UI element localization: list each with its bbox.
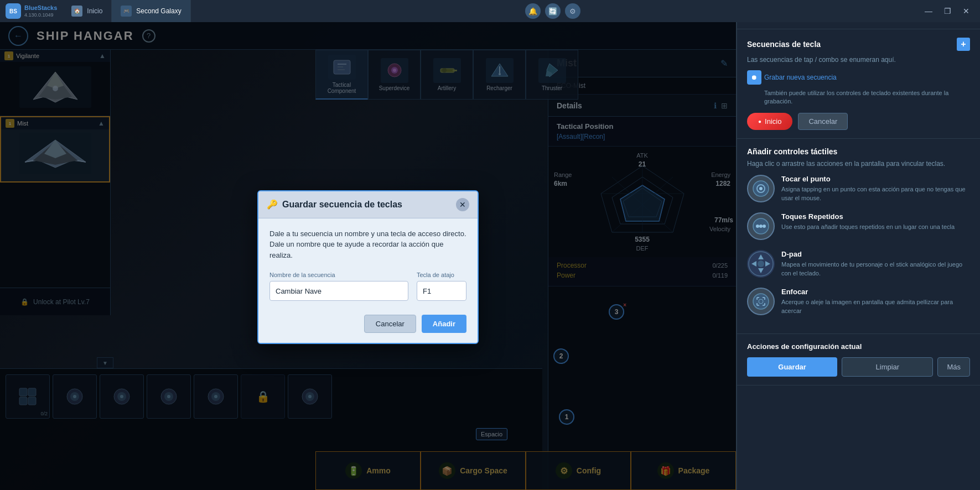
field-key-label: Tecla de atajo [417, 272, 466, 278]
inicio-icon: 🏠 [71, 6, 82, 17]
bluestacks-icon: BS [6, 3, 21, 19]
window-controls: — ❐ ✕ [920, 4, 980, 18]
dpad-desc: Mapea el movimiento de tu personaje o el… [781, 260, 970, 278]
svg-point-57 [763, 225, 766, 228]
mas-button[interactable]: Más [937, 357, 970, 377]
controls-panel: Controles de juego avanzados ✕ Secuencia… [736, 0, 980, 490]
cancelar-button[interactable]: Cancelar [798, 113, 848, 130]
notification-icon[interactable]: 🔔 [525, 3, 541, 19]
update-icon[interactable]: 🔄 [545, 3, 561, 19]
svg-point-56 [759, 225, 763, 228]
focus-name: Enfocar [781, 288, 970, 296]
field-group-name: Nombre de la secuencia [269, 272, 408, 301]
app-version: 4.130.0.1049 [24, 12, 57, 18]
modal-title-bar: 🔑 Guardar secuencia de teclas ✕ [258, 191, 478, 218]
focus-item: Enfocar Acerque o aleje la imagen en pan… [747, 288, 970, 315]
actions-title: Acciones de configuración actual [747, 342, 970, 351]
modal-overlay: 🔑 Guardar secuencia de teclas ✕ Dale a t… [0, 22, 736, 490]
dpad-name: D-pad [781, 250, 970, 258]
repeated-taps-item: Toques Repetidos Use esto para añadir to… [747, 212, 970, 240]
tap-point-item: Tocar el punto Asigna tapping en un punt… [747, 175, 970, 202]
close-button[interactable]: ✕ [958, 4, 974, 18]
shortcut-key-input[interactable] [417, 281, 466, 301]
modal-add-button[interactable]: Añadir [422, 315, 466, 333]
inicio-button[interactable]: Inicio [747, 113, 792, 130]
settings-icon[interactable]: ⚙ [565, 3, 580, 19]
tactile-section: Añadir controles táctiles Haga clic o ar… [737, 139, 980, 335]
tap-point-visual [747, 175, 775, 202]
tactile-title: Añadir controles táctiles [747, 147, 970, 156]
modal-title-icon: 🔑 [267, 199, 278, 210]
game-area: ← SHIP HANGAR ? 1 Vigilante ▲ [0, 22, 736, 490]
field-name-label: Nombre de la secuencia [269, 272, 408, 278]
svg-point-64 [753, 294, 769, 309]
key-sequences-desc: Las secuencias de tap / combo se enumera… [747, 55, 970, 65]
sequence-name-input[interactable] [269, 281, 408, 301]
field-group-key: Tecla de atajo [417, 272, 466, 301]
recording-desc: También puede utilizar los controles de … [764, 89, 970, 106]
modal-cancel-button[interactable]: Cancelar [364, 315, 416, 333]
dpad-visual [747, 250, 775, 278]
focus-visual [747, 288, 775, 315]
modal-title-text: Guardar secuencia de teclas [282, 200, 402, 210]
modal-title: 🔑 Guardar secuencia de teclas [267, 199, 402, 210]
record-link[interactable]: ⏺ Grabar nueva secuencia [747, 70, 970, 85]
tap-point-desc: Asigna tapping en un punto con esta acci… [781, 185, 970, 202]
modal-actions: Cancelar Añadir [269, 312, 466, 333]
key-sequences-title: Secuencias de tecla + [747, 38, 970, 51]
add-sequence-button[interactable]: + [957, 38, 970, 51]
modal-fields: Nombre de la secuencia Tecla de atajo [269, 272, 466, 301]
modal-close-button[interactable]: ✕ [456, 198, 469, 211]
recording-buttons: Inicio Cancelar [747, 113, 970, 130]
svg-point-53 [759, 187, 763, 190]
tap-point-name: Tocar el punto [781, 175, 970, 183]
repeated-taps-name: Toques Repetidos [781, 212, 970, 221]
focus-info: Enfocar Acerque o aleje la imagen en pan… [781, 288, 970, 315]
tactile-desc: Haga clic o arrastre las acciones en la … [747, 159, 970, 169]
actions-section: Acciones de configuración actual Guardar… [737, 334, 980, 385]
title-bar: BS BlueStacks 4.130.0.1049 🏠 Inicio 🎮 Se… [0, 0, 980, 22]
record-icon: ⏺ [747, 70, 761, 85]
repeated-taps-visual [747, 212, 775, 240]
tab-inicio[interactable]: 🏠 Inicio [63, 0, 112, 22]
modal-body: Dale a tu secuencia un nombre y una tecl… [258, 218, 478, 343]
guardar-button[interactable]: Guardar [747, 357, 837, 377]
titlebar-icons: 🔔 🔄 ⚙ [525, 3, 580, 19]
svg-point-55 [756, 225, 759, 228]
limpiar-button[interactable]: Limpiar [842, 357, 933, 377]
maximize-button[interactable]: ❐ [939, 4, 956, 18]
bluestacks-logo: BS BlueStacks 4.130.0.1049 [0, 3, 63, 19]
repeated-taps-desc: Use esto para añadir toques repetidos en… [781, 223, 970, 231]
focus-desc: Acerque o aleje la imagen en pantalla qu… [781, 298, 970, 315]
action-buttons: Guardar Limpiar Más [747, 357, 970, 377]
tab-second-galaxy[interactable]: 🎮 Second Galaxy [112, 0, 190, 22]
dpad-info: D-pad Mapea el movimiento de tu personaj… [781, 250, 970, 278]
minimize-button[interactable]: — [920, 4, 937, 18]
repeated-taps-info: Toques Repetidos Use esto para añadir to… [781, 212, 970, 231]
key-sequences-section: Secuencias de tecla + Las secuencias de … [737, 29, 980, 139]
modal-description: Dale a tu secuencia un nombre y una tecl… [269, 228, 466, 261]
svg-point-63 [758, 260, 764, 267]
game-icon: 🎮 [121, 6, 132, 17]
dpad-item: D-pad Mapea el movimiento de tu personaj… [747, 250, 970, 278]
tap-point-info: Tocar el punto Asigna tapping en un punt… [781, 175, 970, 202]
save-sequence-modal: 🔑 Guardar secuencia de teclas ✕ Dale a t… [257, 190, 479, 345]
app-name: BlueStacks [24, 4, 57, 12]
